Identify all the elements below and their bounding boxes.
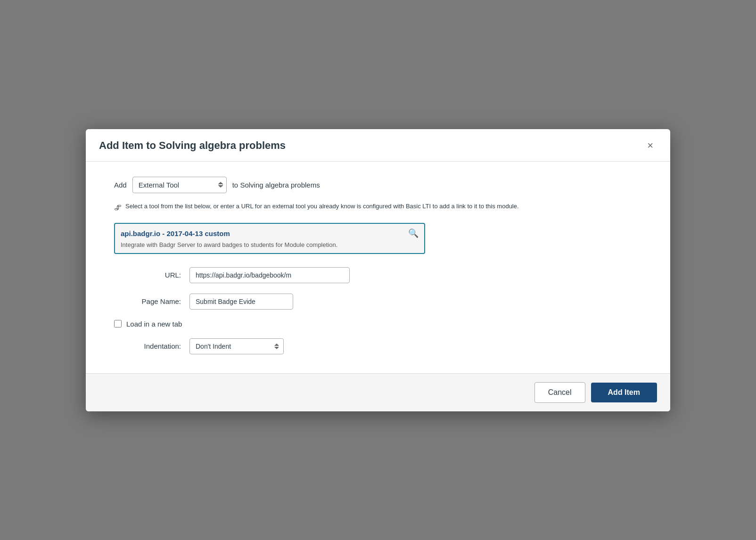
hint-text-content: Select a tool from the list below, or en…: [125, 202, 519, 211]
modal-backdrop: Add Item to Solving algebra problems × A…: [0, 0, 756, 540]
modal-header: Add Item to Solving algebra problems ×: [86, 129, 670, 162]
tool-search-row: 🔍: [121, 229, 419, 238]
new-tab-label[interactable]: Load in a new tab: [126, 320, 182, 328]
hint-container: 🖇 Select a tool from the list below, or …: [114, 202, 642, 213]
add-item-modal: Add Item to Solving algebra problems × A…: [86, 129, 670, 411]
new-tab-checkbox[interactable]: [114, 320, 122, 327]
modal-footer: Cancel Add Item: [86, 373, 670, 411]
url-row: URL:: [114, 267, 642, 283]
indentation-row: Indentation: Don't Indent Indent 1 Level…: [114, 338, 642, 354]
type-select-wrapper: External Tool Assignment Quiz File Page …: [132, 177, 227, 193]
add-prefix-label: Add: [114, 181, 127, 189]
type-select[interactable]: External Tool Assignment Quiz File Page …: [132, 177, 227, 193]
page-name-label: Page Name:: [114, 297, 189, 305]
tool-search-container: 🔍 Integrate with Badgr Server to award b…: [114, 223, 425, 254]
link-icon: 🖇: [114, 202, 122, 213]
add-type-row: Add External Tool Assignment Quiz File P…: [114, 177, 642, 193]
url-input[interactable]: [189, 267, 350, 283]
page-name-input[interactable]: [189, 294, 293, 310]
tool-search-button[interactable]: 🔍: [408, 229, 419, 237]
tool-description: Integrate with Badgr Server to award bad…: [121, 241, 419, 248]
new-tab-row: Load in a new tab: [114, 320, 642, 328]
indentation-select-wrapper: Don't Indent Indent 1 Level Indent 2 Lev…: [189, 338, 284, 354]
add-suffix-label: to Solving algebra problems: [232, 181, 320, 189]
tool-search-input[interactable]: [121, 229, 404, 238]
search-icon: 🔍: [408, 229, 419, 238]
cancel-button[interactable]: Cancel: [534, 382, 585, 403]
add-item-button[interactable]: Add Item: [591, 383, 657, 402]
indentation-label: Indentation:: [114, 342, 189, 350]
url-label: URL:: [114, 271, 189, 279]
close-button[interactable]: ×: [643, 139, 657, 153]
page-name-row: Page Name:: [114, 294, 642, 310]
modal-body: Add External Tool Assignment Quiz File P…: [86, 162, 670, 373]
indentation-select[interactable]: Don't Indent Indent 1 Level Indent 2 Lev…: [189, 338, 284, 354]
modal-title: Add Item to Solving algebra problems: [99, 139, 286, 152]
